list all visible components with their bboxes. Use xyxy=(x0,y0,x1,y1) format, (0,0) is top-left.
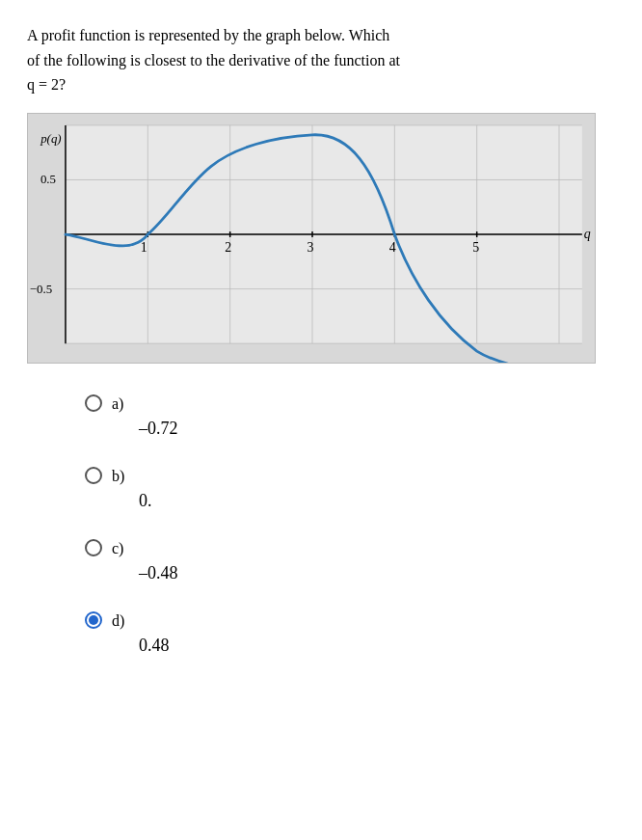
svg-text:3: 3 xyxy=(308,240,314,255)
graph-inner: 1 2 3 4 5 q 0.5 −0.5 p(q) xyxy=(28,114,595,363)
option-a-value: –0.72 xyxy=(112,416,178,442)
option-b-radio[interactable] xyxy=(85,467,102,484)
svg-text:−0.5: −0.5 xyxy=(30,282,52,295)
svg-text:5: 5 xyxy=(472,240,479,255)
question-text: A profit function is represented by the … xyxy=(27,23,615,97)
svg-text:0.5: 0.5 xyxy=(40,173,56,186)
option-d-row[interactable]: d) 0.48 xyxy=(85,610,615,659)
option-d-radio[interactable] xyxy=(85,611,102,629)
options-list: a) –0.72 b) 0. c) –0.48 d) 0.48 xyxy=(27,393,615,659)
svg-text:q: q xyxy=(584,227,591,241)
option-a-label: a) –0.72 xyxy=(112,393,178,442)
option-c-row[interactable]: c) –0.48 xyxy=(85,537,615,586)
option-d-letter: d) xyxy=(112,612,124,629)
option-b-label: b) 0. xyxy=(112,465,152,514)
option-c-label: c) –0.48 xyxy=(112,537,178,586)
option-b-letter: b) xyxy=(112,468,124,484)
option-d-label: d) 0.48 xyxy=(112,610,170,659)
graph-svg: 1 2 3 4 5 q 0.5 −0.5 p(q) xyxy=(28,114,595,363)
option-c-value: –0.48 xyxy=(112,560,178,586)
question-line1: A profit function is represented by the … xyxy=(27,27,389,43)
svg-text:1: 1 xyxy=(141,240,147,255)
svg-text:p(q): p(q) xyxy=(40,132,61,146)
question-line2: of the following is closest to the deriv… xyxy=(27,52,400,68)
option-c-letter: c) xyxy=(112,540,123,556)
question-line3: q = 2? xyxy=(27,76,66,93)
option-c-radio[interactable] xyxy=(85,539,102,556)
option-b-row[interactable]: b) 0. xyxy=(85,465,615,514)
option-d-value: 0.48 xyxy=(112,633,170,659)
option-a-radio[interactable] xyxy=(85,394,102,412)
svg-text:4: 4 xyxy=(389,240,396,255)
svg-text:2: 2 xyxy=(225,240,231,255)
graph-container: 1 2 3 4 5 q 0.5 −0.5 p(q) xyxy=(27,113,596,364)
option-a-letter: a) xyxy=(112,395,123,412)
option-b-value: 0. xyxy=(112,488,152,514)
option-a-row[interactable]: a) –0.72 xyxy=(85,393,615,442)
